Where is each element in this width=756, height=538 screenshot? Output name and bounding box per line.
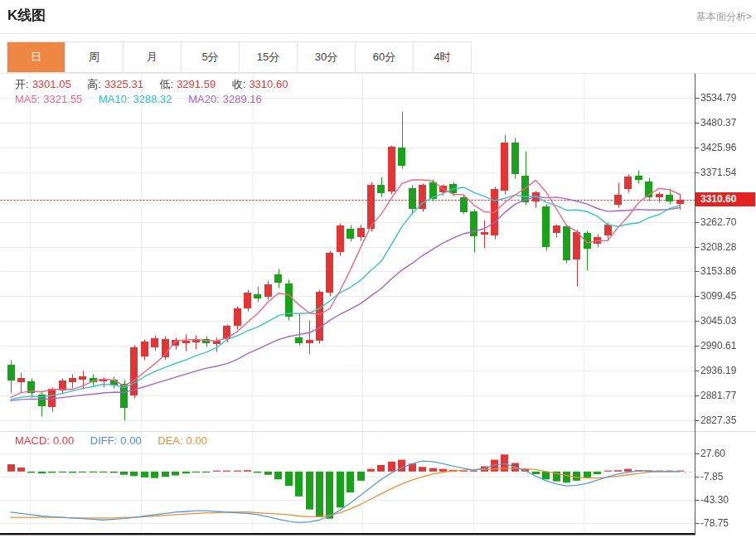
fundamental-analysis-link[interactable]: 基本面分析> [696,10,752,24]
price-axis-label: 3208.28 [700,241,736,253]
period-tab-bar: 日周月5分15分30分60分4时 [7,41,472,73]
ma10-label: MA10: [99,93,130,105]
price-axis-label: 3425.96 [700,142,736,153]
header-divider [0,33,756,34]
price-axis-label: 2827.35 [700,414,736,426]
price-axis-label: 3371.54 [700,167,736,178]
tab-月[interactable]: 月 [124,42,182,72]
high-value: 3325.31 [104,78,143,90]
ma10-value: 3288.32 [133,93,172,105]
macd-value: 0.00 [53,434,74,447]
macd-axis-label: 27.60 [700,448,725,459]
macd-axis-label: -7.85 [700,471,723,482]
diff-label: DIFF: [90,434,118,447]
open-label: 开: [15,78,29,90]
tab-日[interactable]: 日 [7,42,65,72]
macd-row: MACD:0.00 DIFF:0.00 DEA:0.00 [15,434,211,447]
macd-axis-label: -78.75 [700,517,729,529]
ma5-label: MA5: [15,93,40,105]
low-label: 低: [160,78,174,90]
tab-15分[interactable]: 15分 [240,42,298,72]
diff-value: 0.00 [120,434,141,447]
current-price-badge: 3310.60 [695,192,755,206]
dea-value: 0.00 [187,434,207,447]
price-axis-label: 3045.03 [700,315,736,327]
ma-row: MA5:3321.55 MA10:3288.32 MA20:3289.16 [15,93,265,105]
low-value: 3291.59 [177,78,216,90]
tab-4时[interactable]: 4时 [414,42,471,72]
tab-30分[interactable]: 30分 [298,42,356,72]
tab-60分[interactable]: 60分 [356,42,414,72]
price-axis-label: 3480.37 [700,117,736,128]
price-axis-label: 2881.77 [700,390,736,401]
page-title: K线图 [7,6,46,25]
close-value: 3310.60 [249,78,288,90]
price-axis-label: 3262.70 [700,216,736,228]
macd-label: MACD: [15,434,50,447]
ma20-label: MA20: [188,93,220,105]
ma20-value: 3289.16 [223,93,262,105]
dea-label: DEA: [158,434,182,447]
price-axis-label: 3534.79 [700,92,736,104]
high-label: 高: [87,78,101,90]
price-axis-label: 3153.86 [700,265,736,277]
price-axis-label: 2936.19 [700,365,736,376]
ma5-value: 3321.55 [43,93,82,105]
open-value: 3301.05 [32,78,71,90]
tab-周[interactable]: 周 [65,42,124,72]
ohlc-row: 开:3301.05 高:3325.31 低:3291.59 收:3310.60 [15,77,291,92]
close-label: 收: [232,78,246,90]
price-axis-label: 3099.45 [700,290,736,302]
tab-5分[interactable]: 5分 [182,42,240,72]
macd-axis-label: -43.30 [700,494,729,506]
price-axis-label: 2990.61 [700,340,736,351]
